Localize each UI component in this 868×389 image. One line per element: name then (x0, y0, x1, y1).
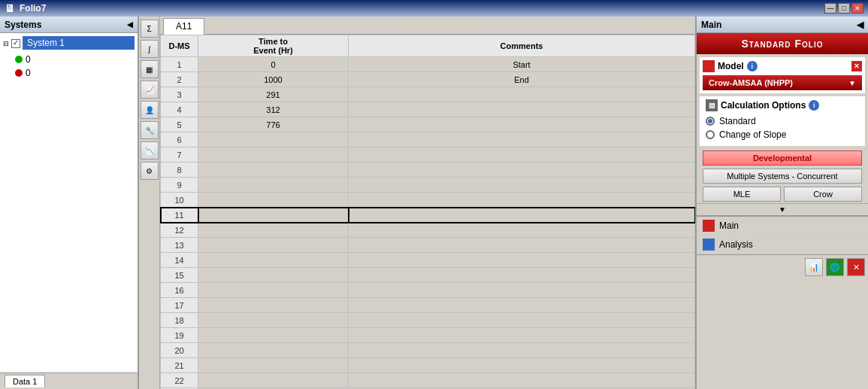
row-comment[interactable] (349, 268, 695, 283)
row-comment[interactable] (349, 298, 695, 313)
row-time[interactable] (198, 313, 349, 328)
system-child-green[interactable]: 0 (3, 53, 135, 66)
row-time[interactable] (198, 343, 349, 358)
row-comment[interactable] (349, 283, 695, 298)
radio-change-of-slope[interactable]: Change of Slope (706, 129, 859, 140)
row-comment[interactable] (349, 223, 695, 238)
row-comment[interactable] (349, 313, 695, 328)
table-row[interactable]: 7 (161, 147, 695, 163)
nav-analysis[interactable]: Analysis (697, 236, 868, 254)
row-time[interactable] (198, 132, 349, 147)
tool-icon-7[interactable]: 📉 (141, 141, 159, 160)
row-comment[interactable] (349, 253, 695, 268)
table-row[interactable]: 19 (161, 328, 695, 343)
mle-button[interactable]: MLE (703, 187, 781, 202)
table-row[interactable]: 21000End (161, 72, 695, 87)
br-btn-close[interactable]: ✕ (847, 258, 865, 276)
table-row[interactable]: 5776 (161, 117, 695, 132)
row-time[interactable] (198, 283, 349, 298)
row-comment[interactable]: End (349, 72, 695, 87)
multiple-systems-button[interactable]: Multiple Systems - Concurrent (703, 169, 862, 184)
radio-standard[interactable]: Standard (706, 116, 859, 126)
br-btn-chart[interactable]: 📊 (805, 258, 823, 276)
maximize-button[interactable]: □ (838, 3, 850, 14)
table-row[interactable]: 13 (161, 238, 695, 253)
row-time[interactable] (198, 298, 349, 313)
system-1-item[interactable]: System 1 (23, 36, 135, 50)
table-row[interactable]: 3291 (161, 87, 695, 102)
br-btn-globe[interactable]: 🌐 (826, 258, 844, 276)
tool-icon-1[interactable]: Σ (141, 20, 159, 38)
right-panel-collapse[interactable]: ◀ (857, 20, 863, 30)
row-comment[interactable] (349, 132, 695, 147)
data-tab[interactable]: Data 1 (5, 375, 45, 387)
row-comment[interactable] (349, 163, 695, 178)
row-comment[interactable] (349, 343, 695, 358)
row-time[interactable]: 312 (198, 102, 349, 117)
system-checkbox[interactable] (11, 39, 20, 48)
tool-icon-3[interactable]: ▦ (141, 60, 159, 78)
row-comment[interactable] (349, 208, 695, 223)
model-info-icon[interactable]: i (747, 61, 758, 71)
row-time[interactable]: 776 (198, 117, 349, 132)
table-row[interactable]: 18 (161, 313, 695, 328)
table-row[interactable]: 12 (161, 223, 695, 238)
row-time[interactable] (198, 163, 349, 178)
table-row[interactable]: 20 (161, 343, 695, 358)
table-row[interactable]: 21 (161, 358, 695, 373)
row-comment[interactable] (349, 87, 695, 102)
close-button[interactable]: ✕ (851, 3, 863, 14)
row-comment[interactable]: Start (349, 57, 695, 72)
systems-collapse-arrow[interactable]: ◀ (127, 20, 133, 29)
row-time[interactable] (198, 208, 349, 223)
row-time[interactable] (198, 358, 349, 373)
row-comment[interactable] (349, 117, 695, 132)
table-row[interactable]: 17 (161, 298, 695, 313)
system-child-red[interactable]: 0 (3, 66, 135, 80)
row-comment[interactable] (349, 147, 695, 163)
data-grid-container[interactable]: D-MS Time toEvent (Hr) Comments 10Start2… (160, 35, 695, 389)
model-dropdown-button[interactable]: Crow-AMSAA (NHPP) ▼ (703, 75, 862, 90)
row-time[interactable]: 1000 (198, 72, 349, 87)
table-row[interactable]: 15 (161, 268, 695, 283)
minimize-button[interactable]: — (824, 3, 836, 14)
row-time[interactable]: 291 (198, 87, 349, 102)
tool-icon-4[interactable]: 📈 (141, 81, 159, 99)
row-time[interactable] (198, 223, 349, 238)
row-time[interactable] (198, 193, 349, 208)
row-time[interactable] (198, 238, 349, 253)
table-row[interactable]: 8 (161, 163, 695, 178)
tool-icon-6[interactable]: 🔧 (141, 121, 159, 139)
table-row[interactable]: 10Start (161, 57, 695, 72)
row-comment[interactable] (349, 193, 695, 208)
row-time[interactable] (198, 147, 349, 163)
table-row[interactable]: 14 (161, 253, 695, 268)
nav-main[interactable]: Main (697, 217, 868, 236)
row-time[interactable] (198, 268, 349, 283)
row-comment[interactable] (349, 102, 695, 117)
table-row[interactable]: 11 (161, 208, 695, 223)
row-time[interactable] (198, 178, 349, 193)
divider-arrow[interactable]: ▼ (697, 203, 868, 215)
table-row[interactable]: 16 (161, 283, 695, 298)
crow-button[interactable]: Crow (784, 187, 862, 202)
row-comment[interactable] (349, 238, 695, 253)
table-row[interactable]: 6 (161, 132, 695, 147)
row-comment[interactable] (349, 358, 695, 373)
row-comment[interactable] (349, 328, 695, 343)
row-comment[interactable] (349, 373, 695, 388)
table-row[interactable]: 22 (161, 373, 695, 388)
calc-info-icon[interactable]: i (809, 100, 819, 111)
row-time[interactable] (198, 253, 349, 268)
developmental-button[interactable]: Developmental (703, 150, 862, 166)
table-row[interactable]: 10 (161, 193, 695, 208)
sheet-tab-a11[interactable]: A11 (163, 18, 204, 35)
table-row[interactable]: 9 (161, 178, 695, 193)
row-time[interactable] (198, 373, 349, 388)
tool-icon-2[interactable]: ∫ (141, 40, 159, 58)
table-row[interactable]: 4312 (161, 102, 695, 117)
tool-icon-8[interactable]: ⚙ (141, 162, 159, 180)
row-time[interactable] (198, 328, 349, 343)
row-comment[interactable] (349, 178, 695, 193)
model-close-icon[interactable]: ✕ (851, 61, 862, 71)
